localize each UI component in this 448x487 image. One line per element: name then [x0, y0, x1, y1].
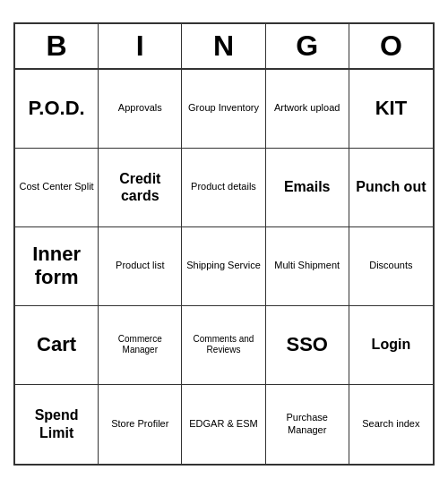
bingo-cell: EDGAR & ESM — [182, 385, 265, 464]
cell-text: Login — [372, 336, 411, 353]
header-letter: B — [15, 24, 99, 68]
cell-text: Product details — [191, 181, 256, 192]
bingo-cell: Purchase Manager — [266, 385, 349, 464]
bingo-cell: Approvals — [99, 70, 182, 149]
cell-text: Approvals — [118, 102, 162, 114]
bingo-cell: Product list — [99, 227, 182, 306]
header-letter: I — [99, 24, 182, 68]
bingo-cell: Login — [349, 306, 433, 385]
cell-text: Spend Limit — [18, 406, 95, 440]
bingo-cell: Credit cards — [99, 149, 182, 227]
cell-text: Emails — [284, 178, 331, 195]
bingo-cell: Discounts — [349, 227, 433, 306]
cell-text: Shipping Service — [186, 260, 261, 271]
bingo-header: BINGO — [15, 24, 433, 70]
cell-text: P.O.D. — [29, 97, 85, 120]
bingo-cell: Store Profiler — [99, 385, 182, 464]
bingo-cell: Cost Center Split — [15, 149, 99, 227]
cell-text: Product list — [116, 260, 164, 271]
cell-text: Commerce Manager — [101, 334, 178, 355]
cell-text: Search index — [362, 418, 419, 430]
bingo-grid: P.O.D.ApprovalsGroup InventoryArtwork up… — [15, 70, 433, 464]
cell-text: Cost Center Split — [20, 181, 94, 192]
bingo-cell: Product details — [182, 149, 265, 227]
header-letter: O — [349, 24, 433, 68]
header-letter: N — [182, 24, 265, 68]
cell-text: Discounts — [369, 260, 412, 271]
cell-text: Multi Shipment — [274, 260, 340, 271]
bingo-cell: Spend Limit — [15, 385, 99, 464]
cell-text: Inner form — [18, 243, 95, 290]
cell-text: Group Inventory — [188, 102, 259, 114]
bingo-cell: Inner form — [15, 227, 99, 306]
bingo-cell: Comments and Reviews — [182, 306, 265, 385]
cell-text: Artwork upload — [274, 102, 340, 114]
bingo-cell: SSO — [266, 306, 349, 385]
bingo-cell: KIT — [349, 70, 433, 149]
cell-text: Comments and Reviews — [185, 334, 262, 355]
bingo-card: BINGO P.O.D.ApprovalsGroup InventoryArtw… — [13, 22, 435, 466]
bingo-cell: Cart — [15, 306, 99, 385]
cell-text: SSO — [286, 333, 327, 356]
bingo-cell: Artwork upload — [266, 70, 349, 149]
bingo-cell: P.O.D. — [15, 70, 99, 149]
bingo-cell: Emails — [266, 149, 349, 227]
bingo-cell: Group Inventory — [182, 70, 265, 149]
bingo-cell: Search index — [349, 385, 433, 464]
cell-text: Purchase Manager — [269, 412, 346, 435]
cell-text: Credit cards — [101, 170, 178, 204]
cell-text: EDGAR & ESM — [189, 418, 257, 430]
bingo-cell: Punch out — [349, 149, 433, 227]
header-letter: G — [266, 24, 349, 68]
cell-text: KIT — [375, 97, 407, 120]
cell-text: Punch out — [356, 178, 426, 195]
cell-text: Cart — [37, 333, 76, 356]
bingo-cell: Multi Shipment — [266, 227, 349, 306]
bingo-cell: Shipping Service — [182, 227, 265, 306]
bingo-cell: Commerce Manager — [99, 306, 182, 385]
cell-text: Store Profiler — [111, 418, 168, 430]
